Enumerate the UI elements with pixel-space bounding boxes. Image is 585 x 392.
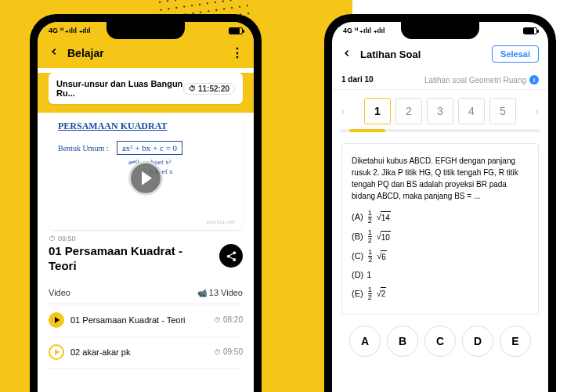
option[interactable]: (D)1 [352,268,529,282]
list-item-time: ⏱09:50 [214,347,243,356]
list-head-label: Video [49,288,70,297]
topic-duration: ⏱11:52:20 [183,83,235,95]
header: Latihan Soal Selesai [332,39,548,70]
list-head-count: 📹 13 Video [197,288,243,297]
topic-label: Unsur-unsur dan Luas Bangun Ru... [56,79,183,98]
page-title: Belajar [67,47,104,59]
phone-left: 4G ᴴ ₊ılıl ₊ılıl Belajar ⋮ Unsur-unsur d… [30,14,262,392]
notch [401,22,479,39]
page-title: Latihan Soal [360,49,421,60]
slide-title: PERSAMAAN KUADRAT [58,120,233,132]
video-title: 01 Persamaan Kuadrat - Teori [49,244,219,274]
signal-icon: 4G ᴴ ₊ılıl ₊ılıl [49,27,91,34]
menu-icon[interactable]: ⋮ [231,45,243,60]
info-icon[interactable]: i [529,75,539,85]
battery-icon [523,27,537,34]
slide-subtitle: Bentuk Umum : [58,144,108,153]
list-item[interactable]: 02 akar-akar pk⏱09:50 [49,336,243,369]
notch [107,22,185,39]
play-button[interactable] [128,161,163,196]
answer-button-e[interactable]: E [500,325,531,357]
question-pager: ‹ 12345 › [332,90,548,124]
answer-button-a[interactable]: A [349,325,381,357]
svg-point-2 [233,258,236,261]
exercise-label: Latihan soal Geometri Ruangi [424,75,539,85]
progress-text: 1 dari 10 [341,75,374,85]
video-timestamp: ⏱09:50 [49,230,243,243]
svg-point-0 [233,251,236,254]
option[interactable]: (A)12√14 [352,210,529,225]
question-text: Diketahui kubus ABCD. EFGH dengan panjan… [352,155,529,202]
play-icon [49,344,64,360]
option[interactable]: (E)12√2 [352,286,529,301]
list-item-title: 01 Persamaan Kuadrat - Teori [70,315,186,325]
play-icon [49,312,64,328]
battery-icon [229,27,243,34]
pager-next[interactable]: › [533,105,540,117]
option[interactable]: (B)12√10 [352,229,529,244]
video-thumbnail[interactable]: PERSAMAAN KUADRAT Bentuk Umum : ax² + bx… [49,113,243,230]
done-button[interactable]: Selesai [492,45,539,63]
svg-point-1 [226,254,229,257]
signal-icon: 4G ᴴ ₊ılıl ₊ılıl [343,27,385,34]
list-item-time: ⏱08:20 [214,315,243,324]
phone-right: 4G ᴴ ₊ılıl ₊ılıl Latihan Soal Selesai 1 … [324,14,556,392]
pager-page-4[interactable]: 4 [458,98,485,124]
option[interactable]: (C)12√6 [352,249,529,264]
slide-equation: ax² + bx + c = 0 [117,141,182,155]
back-icon[interactable] [49,46,60,59]
subheader: 1 dari 10 Latihan soal Geometri Ruangi [332,70,548,90]
watermark: zenius.net [207,218,235,225]
pager-page-3[interactable]: 3 [427,98,453,124]
answer-button-c[interactable]: C [424,325,456,357]
list-item[interactable]: 01 Persamaan Kuadrat - Teori⏱08:20 [49,304,243,336]
header: Belajar ⋮ [38,39,254,68]
pager-prev[interactable]: ‹ [340,105,347,117]
list-item-title: 02 akar-akar pk [70,347,130,357]
question-card: Diketahui kubus ABCD. EFGH dengan panjan… [341,143,539,315]
pager-page-5[interactable]: 5 [489,98,516,124]
share-button[interactable] [219,244,243,268]
pager-indicator [349,129,385,132]
pager-page-2[interactable]: 2 [395,98,422,124]
pager-page-1[interactable]: 1 [364,98,391,124]
topic-chip[interactable]: Unsur-unsur dan Luas Bangun Ru... ⏱11:52… [49,73,243,104]
answer-button-b[interactable]: B [387,325,418,357]
answer-button-d[interactable]: D [462,325,493,357]
back-icon[interactable] [341,48,352,61]
